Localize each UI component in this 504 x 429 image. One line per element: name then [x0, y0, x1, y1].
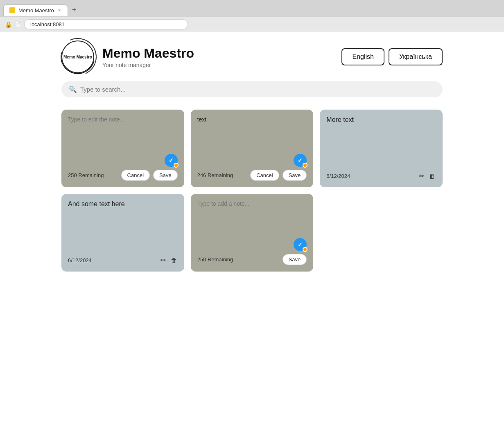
app-container: Memo Maestro Memo Maestro Your note mana… — [0, 32, 504, 429]
note-card-3: More text 6/12/2024 — [320, 110, 443, 187]
language-switcher: English Українська — [341, 48, 443, 65]
page-icon: 📄 — [15, 22, 21, 27]
note-actions-5: Save — [283, 254, 307, 265]
avatar-dot-2 — [303, 163, 307, 168]
security-icon: 🔒 — [5, 21, 12, 28]
browser-chrome: Memo Maestro × + 🔒 📄 localhost:8081 — [0, 0, 504, 32]
english-button[interactable]: English — [341, 48, 384, 65]
logo-text: Memo Maestro — [63, 54, 92, 60]
note-footer-5: 250 Remaining Save — [197, 254, 307, 265]
search-box: 🔍 — [61, 81, 443, 97]
note-text-3: More text — [326, 116, 436, 166]
save-button-1[interactable]: Save — [153, 170, 178, 181]
address-text: localhost:8081 — [30, 21, 65, 27]
note-actions-1: Cancel Save — [121, 170, 178, 181]
app-logo: Memo Maestro — [61, 40, 94, 73]
note-remaining-1: 250 Remaining — [68, 172, 104, 178]
note-footer-4: 6/12/2024 — [68, 256, 178, 265]
tab-title: Memo Maestro — [18, 7, 54, 13]
note-date-4: 6/12/2024 — [68, 257, 92, 263]
note-footer-2: 246 Remaining Cancel Save — [197, 170, 307, 181]
note-footer-3: 6/12/2024 — [326, 171, 436, 181]
save-button-2[interactable]: Save — [283, 170, 307, 181]
note-textarea-2[interactable]: text — [197, 116, 307, 165]
app-subtitle: Your note manager — [102, 62, 333, 68]
notes-grid: 250 Remaining Cancel Save text 246 Remai… — [0, 106, 504, 276]
search-input[interactable] — [80, 86, 435, 93]
delete-button-3[interactable] — [428, 172, 436, 181]
cancel-button-1[interactable]: Cancel — [121, 170, 150, 181]
cancel-button-2[interactable]: Cancel — [250, 170, 279, 181]
note-actions-4 — [160, 256, 178, 265]
ukrainian-button[interactable]: Українська — [389, 48, 443, 65]
note-footer-1: 250 Remaining Cancel Save — [68, 170, 178, 181]
search-container: 🔍 — [0, 81, 504, 106]
note-card-2: text 246 Remaining Cancel Save — [191, 110, 314, 187]
tab-close-button[interactable]: × — [57, 7, 62, 13]
note-actions-3 — [418, 171, 436, 181]
note-textarea-5[interactable] — [197, 200, 307, 249]
delete-button-4[interactable] — [170, 256, 178, 265]
new-tab-button[interactable]: + — [68, 3, 81, 17]
user-avatar-2 — [294, 154, 307, 167]
active-tab[interactable]: Memo Maestro × — [3, 4, 68, 16]
tab-favicon — [9, 7, 15, 13]
save-button-5[interactable]: Save — [283, 254, 307, 265]
tab-bar: Memo Maestro × + — [0, 0, 504, 17]
note-card-4: And some text here 6/12/2024 — [61, 194, 184, 272]
app-title-group: Memo Maestro Your note manager — [102, 46, 333, 68]
delete-icon-4 — [171, 257, 177, 264]
address-input[interactable]: localhost:8081 — [24, 19, 188, 29]
search-icon: 🔍 — [69, 85, 77, 93]
avatar-dot-5 — [303, 247, 307, 252]
user-avatar-1 — [165, 154, 178, 167]
app-title: Memo Maestro — [102, 46, 333, 61]
note-card-5: 250 Remaining Save — [191, 194, 314, 272]
edit-button-4[interactable] — [160, 256, 167, 265]
note-actions-2: Cancel Save — [250, 170, 307, 181]
address-bar: 🔒 📄 localhost:8081 — [0, 17, 504, 32]
edit-button-3[interactable] — [418, 171, 425, 181]
edit-icon-3 — [419, 173, 424, 180]
avatar-dot-1 — [174, 163, 179, 168]
user-avatar-5 — [294, 238, 307, 251]
delete-icon-3 — [429, 173, 435, 180]
edit-icon-4 — [160, 257, 166, 264]
note-card-1: 250 Remaining Cancel Save — [61, 110, 184, 187]
note-textarea-1[interactable] — [68, 116, 178, 165]
note-remaining-5: 250 Remaining — [197, 256, 233, 263]
note-remaining-2: 246 Remaining — [197, 172, 233, 178]
note-text-4: And some text here — [68, 200, 178, 251]
note-date-3: 6/12/2024 — [326, 173, 350, 179]
app-header: Memo Maestro Memo Maestro Your note mana… — [0, 32, 504, 81]
